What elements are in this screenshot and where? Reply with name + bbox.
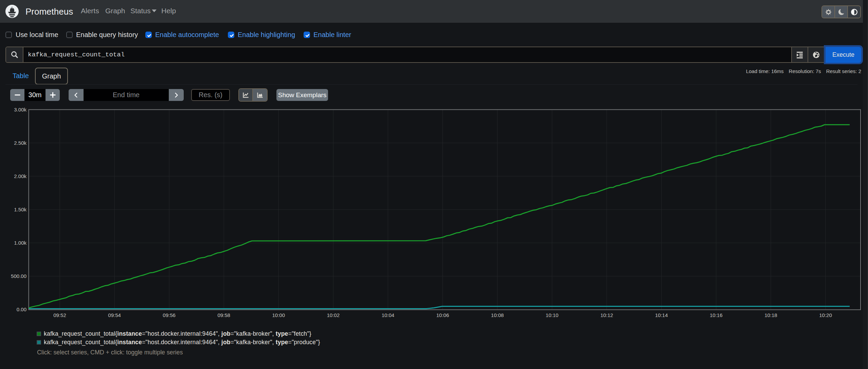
svg-text:10:02: 10:02 xyxy=(327,312,340,318)
svg-text:10:08: 10:08 xyxy=(491,312,504,318)
svg-text:500.00: 500.00 xyxy=(11,273,26,279)
svg-text:10:04: 10:04 xyxy=(382,312,395,318)
svg-text:10:20: 10:20 xyxy=(819,312,832,318)
svg-text:0.00: 0.00 xyxy=(17,306,26,312)
svg-text:3.00k: 3.00k xyxy=(14,107,26,112)
svg-text:09:52: 09:52 xyxy=(53,312,66,318)
svg-text:10:14: 10:14 xyxy=(655,312,668,318)
svg-text:10:16: 10:16 xyxy=(710,312,723,318)
svg-text:10:10: 10:10 xyxy=(546,312,559,318)
svg-text:2.00k: 2.00k xyxy=(14,173,26,179)
svg-text:09:56: 09:56 xyxy=(163,312,176,318)
svg-text:09:54: 09:54 xyxy=(108,312,121,318)
svg-text:1.50k: 1.50k xyxy=(14,207,26,212)
svg-text:10:00: 10:00 xyxy=(272,312,285,318)
svg-text:10:06: 10:06 xyxy=(436,312,449,318)
svg-text:2.50k: 2.50k xyxy=(14,140,26,146)
svg-text:10:18: 10:18 xyxy=(764,312,777,318)
svg-text:09:58: 09:58 xyxy=(217,312,230,318)
svg-text:10:12: 10:12 xyxy=(600,312,613,318)
svg-text:1.00k: 1.00k xyxy=(14,240,26,246)
